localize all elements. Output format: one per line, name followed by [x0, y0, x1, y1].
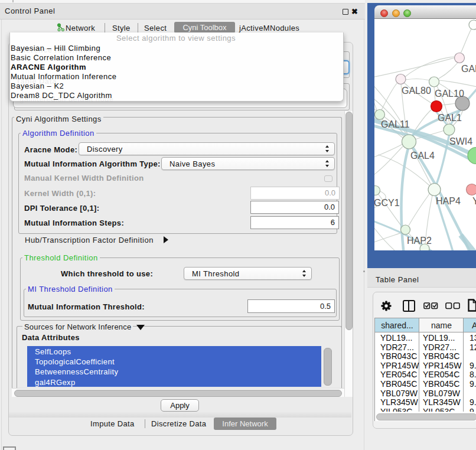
svg-text:GAL1: GAL1 [438, 113, 462, 123]
svg-text:GAL4: GAL4 [410, 151, 435, 161]
svg-text:GAL80: GAL80 [402, 86, 431, 96]
svg-text:GAL2: GAL2 [461, 64, 476, 74]
svg-text:GAL10: GAL10 [435, 89, 464, 99]
svg-text:GCY1: GCY1 [374, 198, 400, 208]
svg-text:YD: YD [472, 196, 476, 206]
svg-text:HAP4: HAP4 [436, 196, 461, 206]
svg-text:SWI4: SWI4 [449, 136, 472, 146]
svg-text:HAP2: HAP2 [407, 236, 432, 246]
svg-text:GAL11: GAL11 [381, 119, 410, 129]
